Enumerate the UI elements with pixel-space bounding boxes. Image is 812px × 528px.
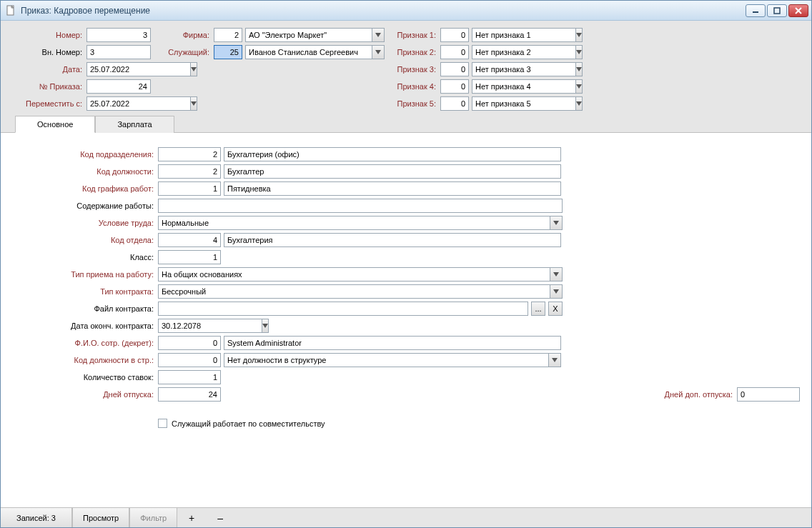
fio-dekret-name-input[interactable] xyxy=(224,336,561,350)
data-dropdown-button[interactable] xyxy=(191,62,197,76)
statusbar: Записей: 3 Просмотр Фильтр + – xyxy=(1,507,811,527)
uslovie-label: Условие труда: xyxy=(12,219,155,227)
peremestit-dropdown-button[interactable] xyxy=(191,96,197,111)
firma-label: Фирма: xyxy=(154,31,211,39)
uslovie-input[interactable] xyxy=(158,216,550,230)
tip-kontr-dropdown-button[interactable] xyxy=(550,284,563,299)
data-okonch-label: Дата оконч. контракта: xyxy=(12,322,155,330)
p5-dropdown-button[interactable] xyxy=(576,96,583,111)
p4-label: Признак 4: xyxy=(387,82,437,91)
soderzh-label: Содержание работы: xyxy=(12,201,155,210)
p2-name-input[interactable] xyxy=(472,45,576,59)
titlebar: Приказ: Кадровое перемещение xyxy=(1,1,811,21)
peremestit-label: Переместить с: xyxy=(12,99,84,108)
window-title: Приказ: Кадровое перемещение xyxy=(21,6,150,16)
p5-code-input[interactable] xyxy=(440,96,469,111)
soderzh-input[interactable] xyxy=(158,199,563,213)
file-browse-button[interactable]: ... xyxy=(531,302,545,316)
kod-otd-name-input[interactable] xyxy=(224,233,561,247)
kod-podr-input[interactable] xyxy=(158,147,221,161)
tip-priema-label: Тип приема на работу: xyxy=(12,270,155,279)
close-button[interactable] xyxy=(788,4,808,17)
klass-input[interactable] xyxy=(158,250,221,264)
p2-code-input[interactable] xyxy=(440,45,469,59)
dnei-dop-input[interactable] xyxy=(737,387,800,402)
uslovie-dropdown-button[interactable] xyxy=(550,216,563,230)
dnei-otp-label: Дней отпуска: xyxy=(12,390,155,399)
p2-dropdown-button[interactable] xyxy=(576,45,583,59)
kod-dolzh-str-input[interactable] xyxy=(158,353,221,367)
firma-code-input[interactable] xyxy=(214,28,242,42)
sluzh-code-input[interactable] xyxy=(214,45,242,59)
p1-dropdown-button[interactable] xyxy=(576,28,583,42)
kod-dolzh-str-dropdown-button[interactable] xyxy=(549,353,561,367)
sovmest-checkbox[interactable] xyxy=(158,419,167,428)
kod-graf-name-input[interactable] xyxy=(224,181,561,196)
p5-label: Признак 5: xyxy=(387,99,437,108)
remove-button[interactable]: – xyxy=(206,508,234,527)
kod-dolzh-input[interactable] xyxy=(158,164,221,179)
records-count: Записей: 3 xyxy=(1,508,72,527)
svg-rect-2 xyxy=(774,8,780,14)
add-button[interactable]: + xyxy=(177,508,206,527)
file-clear-button[interactable]: X xyxy=(548,302,563,316)
kol-stavok-label: Количество ставок: xyxy=(12,373,155,382)
p4-name-input[interactable] xyxy=(472,79,576,94)
vn-nomer-label: Вн. Номер: xyxy=(12,48,84,56)
p3-code-input[interactable] xyxy=(440,62,469,76)
peremestit-input[interactable] xyxy=(86,96,191,111)
p3-name-input[interactable] xyxy=(472,62,576,76)
sluzh-dropdown-button[interactable] xyxy=(372,45,385,59)
kod-graf-label: Код графика работ: xyxy=(12,184,155,193)
view-button[interactable]: Просмотр xyxy=(72,508,129,527)
kod-dolzh-str-name-input[interactable] xyxy=(224,353,549,367)
data-label: Дата: xyxy=(12,65,84,74)
firma-dropdown-button[interactable] xyxy=(372,28,385,42)
dnei-dop-label: Дней доп. отпуска: xyxy=(665,390,734,399)
tip-kontr-input[interactable] xyxy=(158,284,550,299)
p5-name-input[interactable] xyxy=(472,96,576,111)
tab-main[interactable]: Основное xyxy=(15,116,95,133)
nomer-input[interactable] xyxy=(86,28,151,42)
file-kontr-label: Файл контракта: xyxy=(12,304,155,313)
kod-podr-label: Код подразделения: xyxy=(12,150,155,159)
kod-graf-input[interactable] xyxy=(158,181,221,196)
p3-label: Признак 3: xyxy=(387,65,437,74)
tip-priema-input[interactable] xyxy=(158,267,550,282)
tip-priema-dropdown-button[interactable] xyxy=(550,267,563,282)
header-form: Номер: Фирма: Признак 1: Вн. Номер: Служ… xyxy=(1,21,811,115)
sluzh-name-input[interactable] xyxy=(245,45,372,59)
kod-dolzh-str-label: Код должности в стр.: xyxy=(12,356,155,364)
kod-otd-label: Код отдела: xyxy=(12,236,155,244)
data-input[interactable] xyxy=(86,62,191,76)
tab-salary[interactable]: Зарплата xyxy=(95,116,174,133)
tabs: Основное Зарплата xyxy=(1,115,811,133)
dnei-otp-input[interactable] xyxy=(158,387,221,402)
nprikaza-label: № Приказа: xyxy=(12,82,84,91)
fio-dekret-code-input[interactable] xyxy=(158,336,221,350)
kod-dolzh-name-input[interactable] xyxy=(224,164,561,179)
filter-button[interactable]: Фильтр xyxy=(129,508,177,527)
p4-code-input[interactable] xyxy=(440,79,469,94)
p3-dropdown-button[interactable] xyxy=(576,62,583,76)
maximize-button[interactable] xyxy=(767,4,787,17)
p1-code-input[interactable] xyxy=(440,28,469,42)
fio-dekret-label: Ф.И.О. сотр. (декрет): xyxy=(12,339,155,347)
data-okonch-input[interactable] xyxy=(158,319,262,333)
kod-dolzh-label: Код должности: xyxy=(12,167,155,176)
file-kontr-input[interactable] xyxy=(158,302,528,316)
document-icon xyxy=(5,5,16,16)
kod-podr-name-input[interactable] xyxy=(224,147,561,161)
klass-label: Класс: xyxy=(12,253,155,261)
nprikaza-input[interactable] xyxy=(86,79,151,94)
tip-kontr-label: Тип контракта: xyxy=(12,287,155,296)
p4-dropdown-button[interactable] xyxy=(576,79,583,94)
kol-stavok-input[interactable] xyxy=(158,370,221,384)
p1-name-input[interactable] xyxy=(472,28,576,42)
vn-nomer-input[interactable] xyxy=(86,45,151,59)
kod-otd-input[interactable] xyxy=(158,233,221,247)
firma-name-input[interactable] xyxy=(245,28,372,42)
data-okonch-dropdown-button[interactable] xyxy=(262,319,269,333)
minimize-button[interactable] xyxy=(746,4,766,17)
sovmest-label: Служащий работает по совместительству xyxy=(172,419,325,428)
